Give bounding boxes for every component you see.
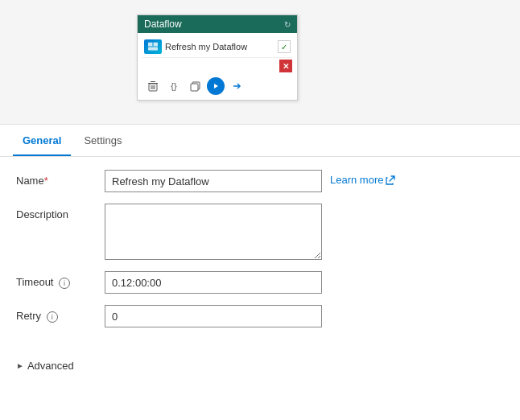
learn-more-link[interactable]: Learn more [330, 170, 395, 186]
chevron-right-icon: ► [16, 361, 24, 370]
retry-input[interactable] [105, 305, 322, 327]
tab-settings[interactable]: Settings [74, 125, 131, 156]
description-control-area [105, 204, 504, 260]
retry-info-icon[interactable]: i [47, 311, 58, 323]
advanced-row[interactable]: ► Advanced [0, 352, 520, 380]
go-button[interactable] [207, 77, 225, 95]
svg-rect-11 [191, 84, 198, 91]
node-header: Dataflow ↻ [138, 15, 297, 33]
node-header-refresh-icon: ↻ [284, 20, 291, 29]
advanced-label: Advanced [27, 360, 74, 372]
code-button[interactable]: {} [165, 77, 183, 95]
dataflow-node: Dataflow ↻ Refresh my Dataflow ✓ [137, 14, 298, 101]
external-link-icon [386, 175, 395, 185]
timeout-info-icon[interactable]: i [59, 278, 70, 289]
retry-control-area [105, 305, 504, 327]
node-action-label: Refresh my Dataflow [165, 42, 274, 51]
retry-row: Retry i [16, 305, 504, 327]
svg-rect-1 [148, 43, 152, 46]
delete-button[interactable] [144, 77, 162, 95]
svg-rect-3 [148, 47, 158, 50]
name-label: Name* [16, 170, 105, 187]
node-body: Refresh my Dataflow ✓ ✕ [138, 33, 297, 100]
svg-marker-12 [214, 84, 218, 89]
node-status-check: ✓ [278, 40, 291, 53]
name-input[interactable] [105, 170, 322, 192]
description-label: Description [16, 204, 105, 220]
svg-rect-5 [151, 81, 155, 82]
description-row: Description [16, 204, 504, 260]
copy-button[interactable] [186, 77, 204, 95]
name-control-area: Learn more [105, 170, 504, 192]
node-toolbar: {} [142, 74, 292, 98]
timeout-label: Timeout i [16, 271, 105, 289]
description-input[interactable] [105, 204, 322, 260]
tabs: General Settings [0, 125, 520, 157]
canvas-area: Dataflow ↻ Refresh my Dataflow ✓ [0, 0, 520, 125]
node-action-row: Refresh my Dataflow ✓ [142, 36, 292, 58]
form-area: General Settings Name* Learn more Descri… [0, 125, 520, 380]
retry-label: Retry i [16, 305, 105, 323]
form-content: Name* Learn more Description Ti [0, 157, 520, 352]
dataflow-action-icon [144, 39, 162, 54]
name-required: * [44, 175, 48, 187]
svg-rect-2 [154, 43, 158, 46]
navigate-button[interactable] [228, 77, 246, 95]
timeout-row: Timeout i [16, 271, 504, 294]
node-title: Dataflow [144, 19, 182, 30]
node-status-error: ✕ [279, 60, 292, 72]
timeout-control-area [105, 271, 504, 294]
timeout-input[interactable] [105, 271, 322, 294]
tab-general[interactable]: General [13, 125, 71, 156]
name-row: Name* Learn more [16, 170, 504, 192]
